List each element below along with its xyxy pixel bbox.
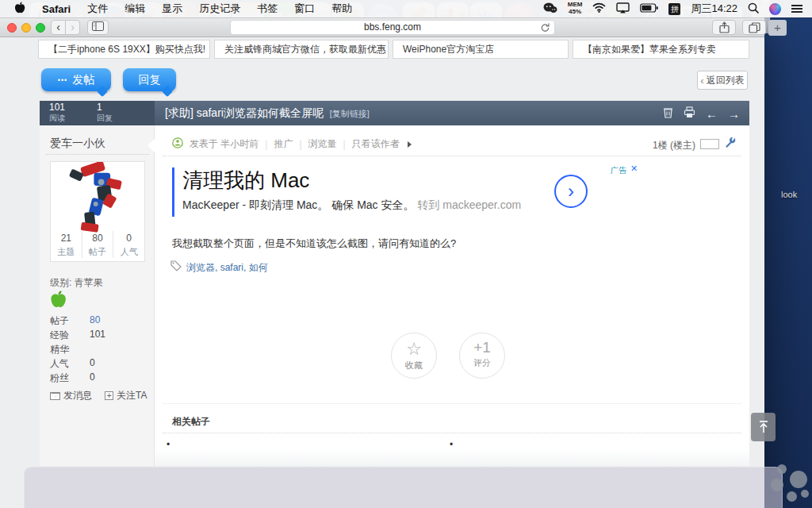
mackeeper-ad[interactable]: 清理我的 Mac MacKeeper - 即刻清理 Mac。 确保 Mac 安全… xyxy=(172,165,642,224)
tabs-icon xyxy=(749,22,760,33)
author-popularity-stat: 0人气 xyxy=(113,231,144,259)
menu-item-view[interactable]: 显示 xyxy=(162,2,182,16)
author-posts-row: 帖子80 xyxy=(50,314,145,328)
siri-icon[interactable] xyxy=(769,3,781,15)
wechat-status-icon[interactable] xyxy=(543,2,557,16)
zoom-window-button[interactable] xyxy=(36,23,45,33)
apple-menu-icon[interactable] xyxy=(14,2,25,17)
author-level: 级别: 青苹果 xyxy=(50,276,103,290)
dots-icon: ••• xyxy=(58,76,67,84)
only-author-link[interactable]: 只看该作者 xyxy=(352,137,400,151)
reply-button[interactable]: 回复 xyxy=(123,68,176,91)
plus-one-icon: +1 xyxy=(460,339,504,357)
ad-accent-bar xyxy=(172,167,174,217)
menu-bar: Safari 文件 编辑 显示 历史记录 书签 窗口 帮助 MEM45% xyxy=(0,0,812,17)
post-area: 发表于 半小时前 | 推广 | 浏览量 | 只看该作者 1楼 (楼主) 清理我的… xyxy=(155,125,749,466)
window-titlebar[interactable]: ‹ › bbs.feng.com xyxy=(0,17,764,37)
send-message-button[interactable]: 发消息 xyxy=(50,389,92,402)
new-post-button[interactable]: ••• 发帖 xyxy=(41,68,111,91)
reload-icon[interactable] xyxy=(540,22,550,37)
triangle-right-icon xyxy=(408,141,412,148)
menu-item-bookmarks[interactable]: 书签 xyxy=(257,2,278,16)
ad-banner-link[interactable]: 【南京如果爱】苹果全系列专卖 xyxy=(573,40,749,59)
show-tabs-button[interactable] xyxy=(742,20,766,35)
spotlight-icon[interactable] xyxy=(748,2,759,16)
new-tab-button[interactable]: + xyxy=(768,20,787,36)
menu-item-history[interactable]: 历史记录 xyxy=(199,2,240,16)
copy-link[interactable]: [复制链接] xyxy=(330,109,370,118)
author-posts-stat: 80帖子 xyxy=(82,231,113,259)
desktop-icon-partial[interactable] xyxy=(768,464,812,508)
back-to-list-button[interactable]: ‹ 返回列表 xyxy=(697,71,748,90)
envelope-icon xyxy=(50,392,60,400)
wrench-icon[interactable] xyxy=(725,137,737,152)
promote-link[interactable]: 推广 xyxy=(274,137,293,151)
author-avatar-card[interactable]: 21主题 80帖子 0人气 xyxy=(50,161,145,262)
sidebar-toggle-button[interactable] xyxy=(87,20,109,35)
dock xyxy=(24,467,783,508)
menu-clock[interactable]: 周三14:22 xyxy=(691,2,737,16)
print-icon[interactable] xyxy=(684,106,695,121)
author-username[interactable]: 爱车一小伙 xyxy=(50,137,105,151)
post-time: 发表于 半小时前 xyxy=(190,137,259,151)
follow-button[interactable]: 关注TA xyxy=(105,389,147,402)
prev-thread-icon[interactable]: ← xyxy=(706,107,718,121)
desktop-icon-label[interactable]: look xyxy=(781,190,797,199)
views-link[interactable]: 浏览量 xyxy=(308,137,337,151)
memory-status[interactable]: MEM45% xyxy=(568,2,583,16)
menu-item-window[interactable]: 窗口 xyxy=(294,2,315,16)
ad-title[interactable]: 清理我的 Mac xyxy=(182,167,309,194)
ad-goto-link[interactable]: 转到 mackeeper.com xyxy=(417,198,521,211)
author-digest-row: 精华 xyxy=(50,343,145,356)
floor-checkbox[interactable] xyxy=(700,139,719,149)
sidebar-icon xyxy=(92,21,104,31)
back-to-list-label: 返回列表 xyxy=(707,74,745,87)
chevron-left-icon: ‹ xyxy=(700,75,703,87)
share-button[interactable] xyxy=(712,20,736,35)
favorite-button[interactable]: ☆ 收藏 xyxy=(391,333,437,379)
next-thread-icon[interactable]: → xyxy=(728,107,740,121)
read-label: 阅读 xyxy=(49,114,65,123)
scroll-to-top-button[interactable] xyxy=(751,413,776,441)
menu-item-safari[interactable]: Safari xyxy=(42,3,71,15)
ad-banner-link[interactable]: WeiPhone官方淘宝店 xyxy=(393,40,569,59)
post-tags[interactable]: 浏览器, safari, 如何 xyxy=(186,261,268,275)
thread-header: 101 阅读 1 回复 [求助] safari浏览器如何截全屏呢 [复制链接] … xyxy=(40,101,749,125)
ad-banner-link[interactable]: 【二手iphone 6S 19XX】购买快点我! xyxy=(38,40,210,59)
menu-item-edit[interactable]: 编辑 xyxy=(124,2,145,16)
reply-label: 回复 xyxy=(139,73,161,87)
reply-count-label: 回复 xyxy=(97,114,113,123)
forward-button[interactable]: › xyxy=(65,20,80,35)
airplay-display-icon[interactable] xyxy=(616,2,630,16)
author-sidebar: 爱车一小伙 21主题 80帖子 xyxy=(40,125,155,466)
avatar xyxy=(51,162,144,235)
rate-label: 评分 xyxy=(460,357,504,369)
author-threads-stat: 21主题 xyxy=(51,231,82,259)
address-bar[interactable]: bbs.feng.com xyxy=(230,20,555,35)
thread-title: [求助] safari浏览器如何截全屏呢 [复制链接] xyxy=(165,106,370,121)
post-body-text: 我想截取整个页面，但是不知道该怎么截图，请问有知道的么? xyxy=(172,237,456,251)
ad-badge: 广告 xyxy=(611,165,626,176)
ad-banner-link[interactable]: 关注威锋商城官方微信，获取最新优惠！ xyxy=(214,40,389,59)
wifi-icon[interactable] xyxy=(592,2,606,15)
close-window-button[interactable] xyxy=(7,23,17,33)
menu-item-file[interactable]: 文件 xyxy=(87,2,108,16)
rate-button[interactable]: +1 评分 xyxy=(459,333,505,379)
reply-count: 1 xyxy=(97,102,113,114)
delete-icon[interactable] xyxy=(663,106,673,121)
input-method-icon[interactable]: 拼 xyxy=(668,3,680,15)
back-button[interactable]: ‹ xyxy=(51,20,66,35)
author-exp-row: 经验101 xyxy=(50,329,145,342)
ad-close-icon[interactable]: ✕ xyxy=(630,164,638,174)
menu-item-help[interactable]: 帮助 xyxy=(331,2,352,16)
ad-arrow-button[interactable]: › xyxy=(554,175,588,208)
author-popularity-row: 人气0 xyxy=(50,357,145,371)
author-fans-row: 粉丝0 xyxy=(50,371,145,385)
member-icon xyxy=(172,137,183,151)
url-text: bbs.feng.com xyxy=(364,21,421,33)
new-post-label: 发帖 xyxy=(72,73,94,87)
desktop: look ‹ › bbs.feng.com + 【二手iphone 6S 19X… xyxy=(0,0,812,508)
notification-center-icon[interactable] xyxy=(791,5,802,13)
battery-icon[interactable] xyxy=(640,3,658,15)
minimize-window-button[interactable] xyxy=(21,23,31,33)
